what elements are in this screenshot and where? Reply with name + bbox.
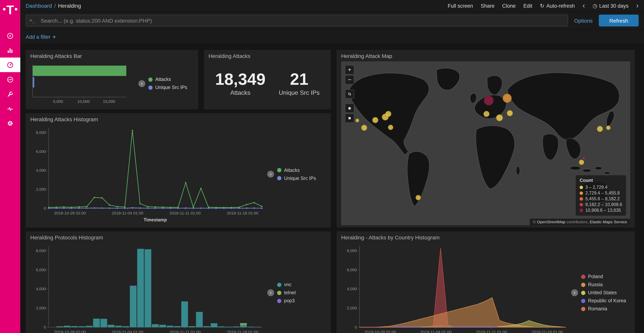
svg-text:2,000: 2,000: [36, 187, 46, 191]
legend-item-Poland[interactable]: Poland: [581, 274, 626, 279]
legend-item-Romania[interactable]: Romania: [581, 306, 626, 311]
fit-bounds-crop-icon[interactable]: [345, 89, 354, 99]
legend-item-Unique Src IPs[interactable]: Unique Src IPs: [148, 85, 187, 90]
time-range-button[interactable]: ◷ Last 30 days: [593, 3, 629, 9]
telekom-logo[interactable]: T: [0, 0, 20, 24]
svg-text:2018-10-28 02:00: 2018-10-28 02:00: [54, 330, 86, 333]
svg-text:8,000: 8,000: [36, 248, 46, 253]
legend-item-Russia[interactable]: Russia: [581, 282, 626, 287]
attack-map-marker[interactable]: [372, 117, 378, 123]
time-forward-button[interactable]: ›: [636, 2, 639, 9]
attack-map-marker[interactable]: [484, 95, 494, 105]
svg-text:8,000: 8,000: [347, 248, 357, 253]
sidebar-item-management[interactable]: [0, 116, 20, 130]
legend-item-Republic of Korea[interactable]: Republic of Korea: [581, 298, 626, 303]
attacks_bar-svg: 5,00010,00015,000: [30, 60, 137, 107]
map-legend-row: 2,729.4 – 5,455.8: [580, 191, 622, 195]
zoom-in-button[interactable]: +: [345, 65, 354, 74]
sidebar-item-devtools[interactable]: [0, 87, 20, 101]
panel-title[interactable]: Heralding Protocols Histogram: [30, 234, 326, 240]
breadcrumb-dashboard-link[interactable]: Dashboard: [26, 3, 52, 9]
map-legend-row: 10,908.6 – 13,635: [580, 208, 622, 213]
sidebar-item-visualize[interactable]: [0, 43, 20, 58]
sidebar-item-monitoring[interactable]: [0, 101, 20, 116]
legend-label: Republic of Korea: [588, 298, 626, 303]
legend-item-pop3[interactable]: pop3: [277, 298, 296, 303]
attack-map-marker[interactable]: [416, 195, 421, 200]
series-telnet: [240, 323, 247, 325]
telekom-logo-letter: T: [6, 4, 14, 16]
clone-button[interactable]: Clone: [502, 3, 516, 9]
attack-map-marker[interactable]: [606, 126, 611, 130]
protocols-histogram-chart: 02,0004,0006,0008,0002018-10-28 02:00201…: [30, 241, 266, 333]
metric-unique-src-ips: 21 Unique Src IPs: [279, 71, 320, 96]
sidebar-item-timelion[interactable]: [0, 72, 20, 87]
attack-map-marker[interactable]: [484, 111, 490, 117]
country-histogram-chart: 02,0004,0006,0008,0002018-10-28 02:00201…: [341, 241, 570, 333]
legend-item-Unique Src IPs[interactable]: Unique Src IPs: [277, 176, 316, 181]
legend-range-label: 2,729.4 – 5,455.8: [585, 191, 620, 195]
attack-map-marker[interactable]: [496, 115, 503, 121]
full-screen-button[interactable]: Full screen: [448, 3, 473, 9]
metric-value: 21: [279, 71, 320, 88]
breadcrumb-current: Heralding: [58, 3, 81, 9]
attack-map-marker[interactable]: [361, 125, 368, 131]
legend-toggle-icon[interactable]: ›: [267, 171, 274, 178]
panel-title[interactable]: Heralding Attacks Histogram: [30, 116, 326, 122]
sidebar-item-dashboard[interactable]: [0, 58, 20, 72]
attack-map-marker[interactable]: [506, 110, 513, 116]
add-filter-button[interactable]: Add a filter +: [26, 34, 56, 40]
elastic-maps-service-link[interactable]: Elastic Maps Service: [590, 219, 627, 224]
sidebar-item-discover[interactable]: [0, 28, 20, 43]
panel-title[interactable]: Heralding Attack Map: [341, 53, 630, 59]
svg-text:0: 0: [44, 325, 46, 329]
legend-color-dot: [581, 282, 585, 287]
legend-toggle-icon[interactable]: ›: [267, 289, 274, 296]
zoom-out-button[interactable]: −: [345, 75, 354, 84]
bar-Attacks[interactable]: [33, 66, 126, 76]
svg-text:6,000: 6,000: [36, 268, 46, 272]
svg-text:Timestamp: Timestamp: [144, 217, 167, 222]
legend-color-dot: [581, 299, 585, 303]
edit-button[interactable]: Edit: [524, 3, 532, 9]
attack-map-marker[interactable]: [597, 126, 603, 132]
share-button[interactable]: Share: [481, 3, 494, 9]
attack-map-marker[interactable]: [502, 94, 512, 103]
attack-map-marker[interactable]: [355, 118, 359, 122]
panel-title[interactable]: Heralding Attacks Bar: [30, 53, 194, 59]
panel-title[interactable]: Heralding - Attacks by Country Histogram: [341, 234, 630, 240]
attack-map-marker[interactable]: [385, 111, 392, 117]
legend-color-dot: [277, 176, 281, 180]
svg-text:5,000: 5,000: [53, 99, 63, 104]
rectangle-draw-icon[interactable]: [345, 114, 354, 123]
attack-map-marker[interactable]: [582, 157, 585, 159]
auto-refresh-button[interactable]: ↻ Auto-refresh: [540, 3, 575, 9]
legend-label: Poland: [588, 274, 603, 279]
legend-item-Attacks[interactable]: Attacks: [277, 167, 316, 173]
refresh-button[interactable]: Refresh: [599, 15, 639, 27]
search-box: >_: [26, 15, 568, 27]
svg-text:2,000: 2,000: [36, 306, 46, 310]
legend-item-United States[interactable]: United States: [581, 290, 626, 295]
copyright-symbol: ©: [533, 219, 537, 224]
attack-map-marker[interactable]: [579, 160, 584, 165]
legend-color-dot: [277, 291, 281, 295]
svg-text:2018-10-28 02:00: 2018-10-28 02:00: [364, 330, 396, 333]
time-back-button[interactable]: ‹: [582, 2, 585, 9]
polygon-draw-icon[interactable]: [345, 104, 354, 113]
legend-toggle-icon[interactable]: ›: [138, 80, 145, 87]
series-vnc: [56, 249, 262, 327]
world-map[interactable]: + −: [341, 61, 630, 225]
query-options-link[interactable]: Options: [574, 18, 593, 24]
legend-item-telnet[interactable]: telnet: [277, 290, 296, 295]
search-input[interactable]: [26, 15, 568, 27]
attack-map-marker[interactable]: [388, 125, 393, 130]
legend-item-Attacks[interactable]: Attacks: [148, 77, 187, 82]
openstreetmap-link[interactable]: OpenStreetMap: [537, 219, 566, 224]
bar-Unique Src IPs[interactable]: [33, 77, 34, 88]
legend-range-label: 8,182.2 – 10,908.6: [585, 202, 622, 207]
legend-toggle-icon[interactable]: ›: [571, 289, 578, 296]
legend-item-vnc[interactable]: vnc: [277, 282, 296, 287]
panel-title[interactable]: Heralding Attacks: [208, 53, 326, 59]
filter-bar: Add a filter +: [20, 30, 644, 45]
